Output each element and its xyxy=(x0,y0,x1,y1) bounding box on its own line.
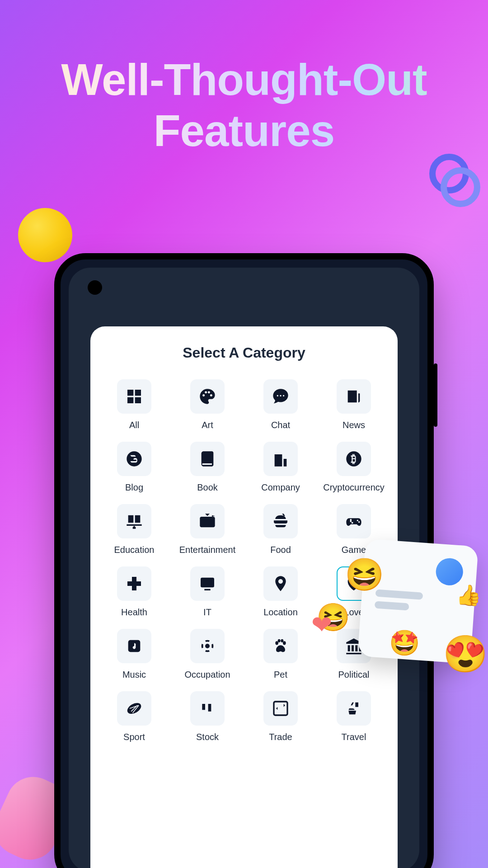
category-health[interactable]: Health xyxy=(101,566,167,618)
category-label: Blog xyxy=(125,481,143,493)
category-label: Book xyxy=(197,481,218,493)
category-label: Occupation xyxy=(184,669,230,680)
category-label: Political xyxy=(338,669,370,680)
svg-rect-0 xyxy=(127,390,133,396)
category-trade[interactable]: Trade xyxy=(248,691,314,743)
occupation-icon xyxy=(190,629,225,663)
category-all[interactable]: All xyxy=(101,379,167,431)
tv-icon xyxy=(190,504,225,538)
grid-icon xyxy=(117,379,151,414)
category-education[interactable]: Education xyxy=(101,504,167,556)
page-headline: Well-Thought-Out Features xyxy=(0,0,488,156)
trade-icon xyxy=(263,691,298,726)
svg-point-11 xyxy=(278,639,281,642)
palette-icon xyxy=(190,379,225,414)
card-line xyxy=(375,601,409,610)
category-food[interactable]: Food xyxy=(248,504,314,556)
category-location[interactable]: Location xyxy=(248,566,314,618)
svg-rect-1 xyxy=(135,390,141,396)
building-icon xyxy=(263,442,298,476)
category-label: Cryptocurrency xyxy=(323,481,385,493)
category-label: Education xyxy=(114,544,155,556)
category-label: Game xyxy=(342,544,366,556)
category-stock[interactable]: Stock xyxy=(174,691,240,743)
food-icon xyxy=(263,504,298,538)
star-struck-emoji-icon: 🤩 xyxy=(389,628,420,657)
thumbs-up-icon: 👍 xyxy=(456,583,481,607)
category-music[interactable]: Music xyxy=(101,629,167,680)
heart-3d-icon: ❤ xyxy=(311,610,332,639)
monitor-icon xyxy=(190,566,225,601)
svg-rect-14 xyxy=(274,702,287,715)
heart-eyes-emoji-icon: 😍 xyxy=(443,633,488,675)
modal-title: Select A Category xyxy=(101,344,387,361)
category-label: Art xyxy=(202,419,213,431)
svg-point-8 xyxy=(205,644,210,648)
category-company[interactable]: Company xyxy=(248,442,314,493)
svg-rect-6 xyxy=(201,578,214,588)
sport-icon xyxy=(117,691,151,726)
travel-icon xyxy=(337,691,371,726)
laughing-emoji-icon: 😆 xyxy=(345,556,384,593)
category-label: Food xyxy=(270,544,291,556)
category-modal: Select A Category AllArtChatNewsBlogBook… xyxy=(90,326,398,868)
chat-icon xyxy=(263,379,298,414)
category-blog[interactable]: Blog xyxy=(101,442,167,493)
category-label: Health xyxy=(121,606,147,618)
category-label: Stock xyxy=(196,731,219,743)
category-label: Entertainment xyxy=(179,544,236,556)
rings-decoration xyxy=(429,154,474,199)
music-icon xyxy=(117,629,151,663)
location-icon xyxy=(263,566,298,601)
category-label: Pet xyxy=(274,669,287,680)
category-entertainment[interactable]: Entertainment xyxy=(174,504,240,556)
category-label: Travel xyxy=(342,731,366,743)
education-icon xyxy=(117,504,151,538)
svg-text:₿: ₿ xyxy=(351,453,357,465)
category-label: Music xyxy=(122,669,146,680)
gamepad-icon xyxy=(337,504,371,538)
category-label: All xyxy=(129,419,139,431)
avatar-icon xyxy=(435,557,464,586)
paw-icon xyxy=(263,629,298,663)
phone-side-button xyxy=(434,363,437,427)
category-sport[interactable]: Sport xyxy=(101,691,167,743)
bitcoin-icon: ₿ xyxy=(337,442,371,476)
svg-rect-2 xyxy=(127,397,133,403)
svg-point-10 xyxy=(283,641,286,645)
category-it[interactable]: IT xyxy=(174,566,240,618)
blogger-icon xyxy=(117,442,151,476)
svg-point-9 xyxy=(275,641,278,645)
headline-line1: Well-Thought-Out xyxy=(61,55,427,104)
category-cryptocurrency[interactable]: ₿Cryptocurrency xyxy=(321,442,387,493)
category-label: News xyxy=(343,419,365,431)
category-chat[interactable]: Chat xyxy=(248,379,314,431)
book-icon xyxy=(190,442,225,476)
stock-icon xyxy=(190,691,225,726)
category-pet[interactable]: Pet xyxy=(248,629,314,680)
category-travel[interactable]: Travel xyxy=(321,691,387,743)
health-icon xyxy=(117,566,151,601)
category-label: IT xyxy=(203,606,211,618)
svg-rect-3 xyxy=(135,397,141,403)
category-label: Company xyxy=(261,481,300,493)
camera-hole xyxy=(88,280,102,295)
category-grid: AllArtChatNewsBlogBookCompany₿Cryptocurr… xyxy=(101,379,387,743)
newspaper-icon xyxy=(337,379,371,414)
headline-line2: Features xyxy=(154,106,335,156)
category-occupation[interactable]: Occupation xyxy=(174,629,240,680)
category-book[interactable]: Book xyxy=(174,442,240,493)
category-label: Chat xyxy=(271,419,290,431)
category-label: Location xyxy=(263,606,298,618)
svg-point-12 xyxy=(281,639,283,642)
category-label: Sport xyxy=(123,731,145,743)
category-label: Trade xyxy=(269,731,292,743)
category-news[interactable]: News xyxy=(321,379,387,431)
category-art[interactable]: Art xyxy=(174,379,240,431)
